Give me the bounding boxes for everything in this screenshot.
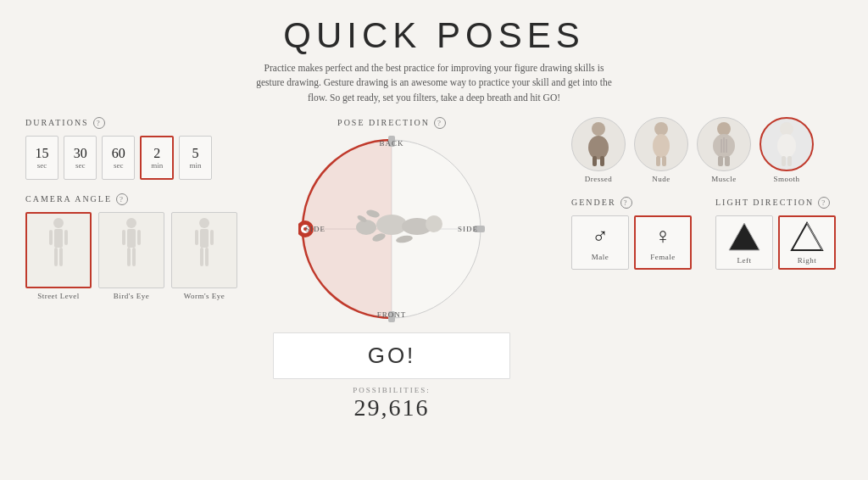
- duration-5min[interactable]: 5 min: [179, 136, 212, 180]
- gender-section: GENDER ? ♂ Male ♀ Female: [571, 197, 698, 270]
- model-smooth[interactable]: Smooth: [760, 117, 814, 183]
- camera-options: Street Level: [25, 212, 212, 300]
- figure-birds-svg: [119, 216, 144, 284]
- pose-direction-label: POSE DIRECTION ?: [337, 117, 446, 129]
- svg-rect-15: [205, 248, 209, 266]
- possibilities-label: POSSIBILITIES:: [353, 386, 431, 394]
- compass-figure: [349, 204, 434, 254]
- svg-point-6: [126, 218, 136, 228]
- durations-help-icon[interactable]: ?: [93, 117, 105, 129]
- svg-rect-1: [54, 229, 63, 248]
- compass-side-left-label: SIDE: [305, 225, 326, 233]
- svg-rect-3: [59, 248, 63, 266]
- camera-help-icon[interactable]: ?: [116, 193, 128, 205]
- page-title: QUICK POSES: [283, 15, 584, 56]
- gender-label: GENDER ?: [571, 197, 698, 209]
- compass-back-label: BACK: [379, 139, 403, 148]
- muscle-figure: [703, 120, 745, 167]
- gender-male[interactable]: ♂ Male: [571, 215, 629, 270]
- pose-direction-section: POSE DIRECTION ?: [220, 117, 563, 322]
- svg-rect-5: [64, 230, 68, 245]
- svg-rect-8: [127, 248, 131, 266]
- svg-rect-2: [54, 248, 58, 266]
- duration-15sec[interactable]: 15 sec: [25, 136, 58, 180]
- svg-rect-46: [725, 156, 730, 166]
- duration-2min[interactable]: 2 min: [140, 136, 174, 180]
- svg-rect-4: [49, 230, 53, 245]
- svg-rect-37: [593, 156, 597, 166]
- svg-rect-14: [200, 248, 203, 266]
- svg-rect-41: [656, 156, 660, 166]
- light-direction-label: LIGHT DIRECTION ?: [715, 197, 843, 209]
- svg-marker-56: [792, 223, 822, 250]
- svg-rect-53: [787, 156, 792, 166]
- duration-30sec[interactable]: 30 sec: [64, 136, 97, 180]
- main-row: DURATIONS ? 15 sec 30 sec 60 sec 2: [25, 117, 843, 472]
- durations-row: 15 sec 30 sec 60 sec 2 min 5 min: [25, 136, 212, 180]
- svg-point-50: [780, 122, 793, 136]
- pose-help-icon[interactable]: ?: [434, 117, 446, 129]
- durations-label: DURATIONS ?: [25, 117, 212, 129]
- light-options: Left Right: [715, 215, 843, 270]
- model-dressed[interactable]: Dressed: [571, 117, 626, 183]
- svg-point-0: [53, 218, 64, 228]
- gender-light-row: GENDER ? ♂ Male ♀ Female: [571, 197, 843, 270]
- svg-rect-52: [782, 156, 786, 166]
- svg-point-34: [365, 209, 381, 219]
- right-panel: Dressed Nude: [571, 117, 843, 270]
- nude-figure: [640, 120, 682, 167]
- camera-birds-eye[interactable]: Bird's Eye: [98, 212, 164, 300]
- svg-marker-54: [729, 223, 760, 250]
- compass-wheel[interactable]: BACK FRONT SIDE SIDE: [298, 136, 485, 322]
- left-panel: DURATIONS ? 15 sec 30 sec 60 sec 2: [25, 117, 212, 300]
- camera-section: CAMERA ANGLE ?: [25, 193, 212, 300]
- camera-street-level[interactable]: Street Level: [25, 212, 92, 300]
- gender-female[interactable]: ♀ Female: [634, 215, 692, 270]
- svg-rect-10: [122, 230, 125, 245]
- svg-rect-7: [127, 229, 136, 248]
- svg-point-39: [654, 122, 668, 136]
- gender-help-icon[interactable]: ?: [620, 197, 632, 209]
- figure-worms-svg: [192, 216, 217, 284]
- compass-side-right-label: SIDE: [458, 225, 478, 233]
- svg-point-35: [592, 122, 605, 136]
- go-button[interactable]: GO!: [273, 332, 510, 379]
- svg-rect-45: [718, 156, 723, 166]
- possibilities-value: 29,616: [353, 394, 431, 421]
- svg-rect-13: [200, 229, 209, 248]
- light-help-icon[interactable]: ?: [818, 197, 830, 209]
- light-left-icon: [727, 221, 761, 252]
- svg-point-43: [717, 122, 731, 136]
- svg-rect-11: [137, 230, 141, 245]
- light-left[interactable]: Left: [715, 215, 773, 270]
- light-direction-section: LIGHT DIRECTION ? Left: [715, 197, 843, 270]
- figure-street-svg: [46, 216, 71, 284]
- svg-point-40: [653, 134, 670, 158]
- svg-point-27: [356, 220, 376, 235]
- svg-rect-38: [600, 156, 604, 166]
- svg-rect-42: [662, 156, 666, 166]
- dressed-figure: [577, 120, 620, 167]
- smooth-figure: [765, 120, 808, 167]
- camera-worms-eye[interactable]: Worm's Eye: [171, 212, 237, 300]
- duration-60sec[interactable]: 60 sec: [102, 136, 135, 180]
- svg-rect-9: [132, 248, 136, 266]
- svg-point-30: [426, 215, 442, 232]
- model-types: Dressed Nude: [571, 117, 843, 183]
- model-muscle[interactable]: Muscle: [697, 117, 751, 183]
- svg-point-36: [588, 136, 609, 159]
- subtitle-text: Practice makes perfect and the best prac…: [256, 61, 612, 105]
- gender-options: ♂ Male ♀ Female: [571, 215, 698, 270]
- model-nude[interactable]: Nude: [634, 117, 688, 183]
- svg-point-51: [777, 134, 796, 158]
- page: QUICK POSES Practice makes perfect and t…: [0, 0, 868, 480]
- light-right[interactable]: Right: [778, 215, 836, 270]
- svg-point-12: [199, 218, 209, 228]
- pose-figure-svg: [349, 204, 451, 250]
- camera-label: CAMERA ANGLE ?: [25, 193, 212, 205]
- svg-rect-17: [210, 230, 214, 245]
- center-panel: POSE DIRECTION ?: [220, 117, 563, 421]
- svg-line-57: [807, 223, 822, 250]
- svg-rect-16: [195, 230, 198, 245]
- compass-front-label: FRONT: [377, 310, 407, 319]
